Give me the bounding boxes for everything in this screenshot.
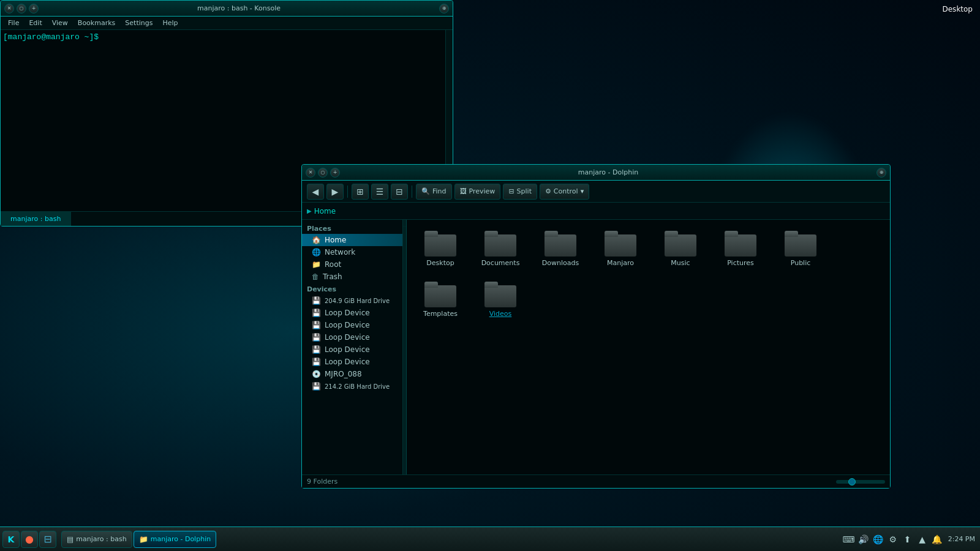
statusbar-count: 9 Folders [307,478,337,485]
sidebar-item-loop3[interactable]: 💾 Loop Device [302,331,402,343]
keyboard-icon[interactable]: ⌨ [843,533,855,545]
sidebar-devices-header: Devices [302,283,402,294]
taskbar-clock: 2:24 PM [946,535,978,543]
folder-label-downloads: Downloads [542,259,579,267]
zoom-slider[interactable] [836,480,885,484]
folder-item-videos[interactable]: Videos [473,277,528,323]
folder-item-desktop[interactable]: Desktop [413,226,468,272]
volume-icon[interactable]: 🔔 [931,533,943,545]
folder-label-public: Public [791,259,811,267]
preview-icon: 🖼 [460,187,467,195]
terminal-title: manjaro : bash - Konsole [41,4,437,12]
terminal-menu-help[interactable]: Help [157,19,183,27]
trash-icon: 🗑 [312,272,319,281]
sidebar-item-trash[interactable]: 🗑 Trash [302,271,402,283]
terminal-maximize-button[interactable]: + [29,4,39,13]
split-button[interactable]: ⊟ Split [503,184,537,200]
folder-item-documents[interactable]: Documents [473,226,528,272]
terminal-pin-button[interactable]: ⊕ [439,4,449,13]
folder-icon-downloads [545,231,576,257]
sidebar-item-loop5[interactable]: 💾 Loop Device [302,356,402,368]
sidebar-item-loop1[interactable]: 💾 Loop Device [302,307,402,319]
terminal-menu-view[interactable]: View [47,19,73,27]
breadcrumb-arrow: ▶ [307,208,312,214]
forward-button[interactable]: ▶ [326,184,344,200]
folder-label-music: Music [671,259,690,267]
tray-arrow-icon[interactable]: ▲ [916,533,929,545]
terminal-close-button[interactable]: ✕ [4,4,14,13]
breadcrumb-current[interactable]: Home [314,207,336,216]
home-icon: 🏠 [312,236,321,244]
back-button[interactable]: ◀ [307,184,324,200]
folder-icon-music [665,231,696,257]
sidebar-item-root[interactable]: 📁 Root [302,258,402,271]
sidebar-item-loop4[interactable]: 💾 Loop Device [302,343,402,356]
network-tray-icon[interactable]: 🌐 [872,533,884,545]
terminal-menu-settings[interactable]: Settings [120,19,157,27]
folder-item-downloads[interactable]: Downloads [533,226,588,272]
harddrive-icon-1: 💾 [312,296,321,305]
terminal-menu-edit[interactable]: Edit [24,19,47,27]
view-details-button[interactable]: ⊟ [391,184,408,200]
dolphin-maximize-button[interactable]: + [330,168,340,178]
dolphin-minimize-button[interactable]: ○ [318,168,328,178]
folder-icon-manjaro [605,231,636,257]
folder-item-pictures[interactable]: Pictures [713,226,768,272]
terminal-menubar: File Edit View Bookmarks Settings Help [1,17,453,30]
folder-icon-desktop [424,231,456,257]
sidebar-item-network[interactable]: 🌐 Network [302,246,402,258]
network-icon: 🌐 [312,248,321,257]
sidebar-item-home[interactable]: 🏠 Home [302,234,402,246]
folder-item-public[interactable]: Public [773,226,828,272]
loop-icon-4: 💾 [312,345,321,354]
desktop-label: Desktop [943,5,973,13]
update-icon[interactable]: ⬆ [902,533,914,545]
taskbar-app-btn-3[interactable]: ⊟ [39,531,56,548]
dolphin-pin-button[interactable]: ⊕ [876,168,886,178]
view-list-button[interactable]: ☰ [371,184,388,200]
terminal-tab-active[interactable]: manjaro : bash [1,212,71,226]
terminal-menu-bookmarks[interactable]: Bookmarks [73,19,120,27]
loop-icon-2: 💾 [312,321,321,329]
search-icon: 🔍 [421,187,430,195]
terminal-minimize-button[interactable]: ○ [17,4,26,13]
dolphin-main-content[interactable]: Desktop Documents Downloads Manjaro [407,220,890,474]
taskbar-terminal-button[interactable]: ▤ manjaro : bash [61,531,132,548]
folder-icon-videos [484,282,516,307]
gear-icon: ⚙ [545,187,551,195]
zoom-slider-thumb [848,478,856,485]
dolphin-taskbar-icon: 📁 [139,535,148,544]
split-icon: ⊟ [508,187,514,195]
folder-label-desktop: Desktop [426,259,454,267]
dolphin-sidebar: Places 🏠 Home 🌐 Network 📁 Root 🗑 Trash D… [302,220,403,474]
find-button[interactable]: 🔍 Find [416,184,452,200]
folder-item-templates[interactable]: Templates [413,277,468,323]
folder-item-music[interactable]: Music [653,226,708,272]
dolphin-toolbar: ◀ ▶ ⊞ ☰ ⊟ 🔍 Find 🖼 Preview ⊟ Split ⚙ Con… [302,181,890,203]
taskbar-app-btn-1[interactable]: K [2,531,20,548]
harddrive-icon-2: 💾 [312,382,321,391]
sidebar-item-204gb[interactable]: 💾 204.9 GiB Hard Drive [302,294,402,307]
preview-button[interactable]: 🖼 Preview [454,184,501,200]
sidebar-item-214gb[interactable]: 💾 214.2 GiB Hard Drive [302,380,402,392]
terminal-prompt: [manjaro@manjaro ~]$ [3,32,450,42]
view-icons-button[interactable]: ⊞ [352,184,369,200]
dolphin-statusbar: 9 Folders [302,474,890,488]
folder-icon-documents [484,231,516,257]
terminal-taskbar-icon: ▤ [67,535,74,544]
folder-label-videos: Videos [489,310,512,318]
settings-tray-icon[interactable]: ⚙ [887,533,899,545]
taskbar-dolphin-button[interactable]: 📁 manjaro - Dolphin [134,531,216,548]
terminal-menu-file[interactable]: File [3,19,24,27]
sidebar-item-loop2[interactable]: 💾 Loop Device [302,319,402,331]
sidebar-item-mjro[interactable]: 💿 MJRO_088 [302,368,402,380]
taskbar-app-btn-2[interactable]: ● [21,531,38,548]
taskbar-left: K ● ⊟ ▤ manjaro : bash 📁 manjaro - Dolph… [2,531,216,548]
folder-label-manjaro: Manjaro [607,259,634,267]
sound-icon[interactable]: 🔊 [858,533,870,545]
folder-item-manjaro[interactable]: Manjaro [593,226,648,272]
control-button[interactable]: ⚙ Control ▾ [540,184,589,200]
file-grid: Desktop Documents Downloads Manjaro [407,220,890,329]
chevron-down-icon: ▾ [581,187,584,195]
dolphin-close-button[interactable]: ✕ [306,168,315,178]
